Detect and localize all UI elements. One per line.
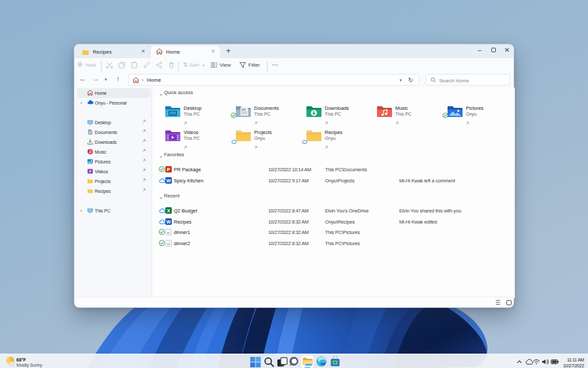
- svg-text:X: X: [167, 208, 171, 214]
- svg-text:P: P: [167, 167, 171, 173]
- svg-text:W: W: [167, 219, 171, 225]
- svg-text:W: W: [167, 178, 171, 184]
